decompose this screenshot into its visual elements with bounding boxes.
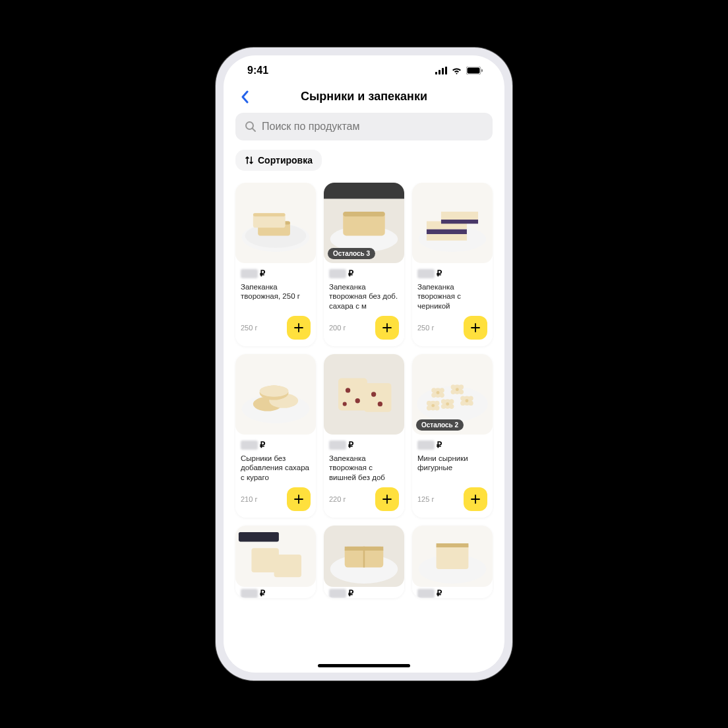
svg-rect-2 [442, 68, 444, 75]
svg-point-66 [427, 406, 431, 410]
product-name: Запеканка творожная с черникой [417, 282, 487, 311]
svg-point-59 [468, 396, 473, 400]
card-body: ₽ Запеканка творожная с вишней без доб 2… [324, 435, 404, 518]
price-row: ₽ [241, 440, 311, 450]
search-input[interactable] [262, 121, 483, 133]
add-button[interactable] [464, 316, 487, 340]
price-row: ₽ [241, 268, 311, 278]
sort-icon [245, 156, 254, 165]
price-value-blurred [241, 589, 258, 598]
product-card[interactable]: Осталось 2 ₽ Мини сырники фигурные 125 г [412, 354, 493, 518]
add-button[interactable] [287, 487, 311, 511]
status-icons [435, 67, 483, 75]
card-footer: 200 г [329, 311, 399, 340]
product-card[interactable]: ₽ Сырники без добавления сахара с кураго… [235, 354, 316, 518]
svg-rect-81 [437, 543, 469, 547]
product-image: Осталось 3 [324, 183, 404, 263]
svg-point-41 [439, 388, 444, 392]
price-row: ₽ [329, 268, 399, 278]
svg-rect-15 [253, 213, 286, 216]
price-value-blurred [329, 269, 346, 278]
card-body: ₽ Запеканка творожная без доб. сахара с … [324, 263, 404, 346]
svg-rect-1 [439, 70, 440, 75]
product-card[interactable]: Осталось 3 ₽ Запеканка творожная без доб… [324, 183, 404, 346]
product-card[interactable]: ₽ [235, 526, 316, 598]
product-card[interactable]: ₽ Запеканка творожная, 250 г 250 г [235, 183, 316, 346]
status-time: 9:41 [247, 65, 268, 76]
search-icon [245, 121, 257, 133]
add-button[interactable] [287, 316, 311, 340]
stock-badge: Осталось 3 [328, 248, 375, 259]
sort-label: Сортировка [258, 155, 313, 166]
svg-point-47 [459, 384, 464, 389]
add-button[interactable] [375, 487, 399, 511]
currency-symbol: ₽ [437, 268, 442, 278]
add-button[interactable] [464, 487, 487, 511]
svg-point-33 [355, 398, 360, 403]
svg-point-35 [378, 402, 382, 406]
price-value-blurred [241, 269, 258, 278]
price-row: ₽ [329, 440, 399, 450]
svg-rect-17 [324, 183, 404, 198]
product-card[interactable]: ₽ Запеканка творожная с вишней без доб 2… [324, 354, 404, 518]
svg-point-42 [431, 393, 436, 398]
svg-point-34 [371, 392, 376, 396]
currency-symbol: ₽ [348, 440, 353, 450]
product-name: Запеканка творожная без доб. сахара с м [329, 282, 399, 311]
product-grid-container: ₽ Запеканка творожная, 250 г 250 г Остал… [224, 183, 504, 673]
search-bar[interactable] [235, 113, 493, 140]
price-row: ₽ [417, 268, 487, 278]
price-value-blurred [417, 269, 435, 278]
card-body: ₽ Запеканка творожная с черникой 250 г [412, 263, 493, 346]
nav-header: Сырники и запеканки [224, 86, 504, 113]
svg-point-61 [468, 401, 473, 406]
product-card[interactable]: ₽ Запеканка творожная с черникой 250 г [412, 183, 493, 346]
product-card[interactable]: ₽ [324, 526, 404, 598]
chevron-left-icon [241, 90, 249, 104]
svg-point-46 [451, 384, 456, 389]
product-card[interactable]: ₽ [412, 526, 493, 598]
product-weight: 210 г [241, 495, 257, 503]
svg-rect-70 [239, 532, 279, 542]
product-image [412, 183, 493, 263]
back-button[interactable] [235, 88, 254, 106]
svg-point-55 [449, 404, 454, 409]
currency-symbol: ₽ [348, 268, 353, 278]
product-weight: 125 г [417, 495, 434, 503]
add-button[interactable] [375, 316, 399, 340]
svg-point-65 [435, 401, 439, 406]
screen: 9:41 Сырники и запеканки Сортировка [224, 55, 504, 673]
product-weight: 200 г [329, 324, 346, 332]
price-value-blurred [417, 589, 435, 598]
svg-point-53 [449, 399, 454, 404]
svg-point-28 [260, 386, 289, 397]
product-grid[interactable]: ₽ Запеканка творожная, 250 г 250 г Остал… [235, 183, 493, 598]
product-name: Сырники без добавления сахара с кураго [241, 454, 311, 482]
sort-button[interactable]: Сортировка [235, 150, 322, 171]
price-value-blurred [241, 440, 258, 450]
svg-point-62 [466, 399, 469, 402]
page-title: Сырники и запеканки [235, 90, 493, 104]
svg-point-52 [441, 399, 446, 404]
card-footer: 250 г [241, 311, 311, 340]
svg-point-48 [451, 390, 456, 394]
product-image [412, 526, 493, 587]
svg-line-8 [253, 129, 255, 131]
price-value-blurred [329, 440, 346, 450]
plus-icon [470, 494, 481, 504]
product-image [235, 354, 316, 435]
svg-point-64 [427, 401, 431, 406]
svg-rect-6 [481, 69, 483, 72]
card-body: ₽ Сырники без добавления сахара с кураго… [235, 435, 316, 518]
svg-point-68 [431, 404, 435, 408]
home-indicator[interactable] [318, 664, 410, 667]
svg-point-54 [441, 404, 446, 409]
svg-point-67 [435, 406, 439, 410]
product-image [324, 354, 404, 435]
currency-symbol: ₽ [437, 588, 442, 598]
svg-point-56 [446, 402, 449, 406]
plus-icon [293, 494, 304, 504]
svg-point-40 [431, 388, 436, 392]
price-row: ₽ [417, 440, 487, 450]
price-value-blurred [329, 589, 346, 598]
